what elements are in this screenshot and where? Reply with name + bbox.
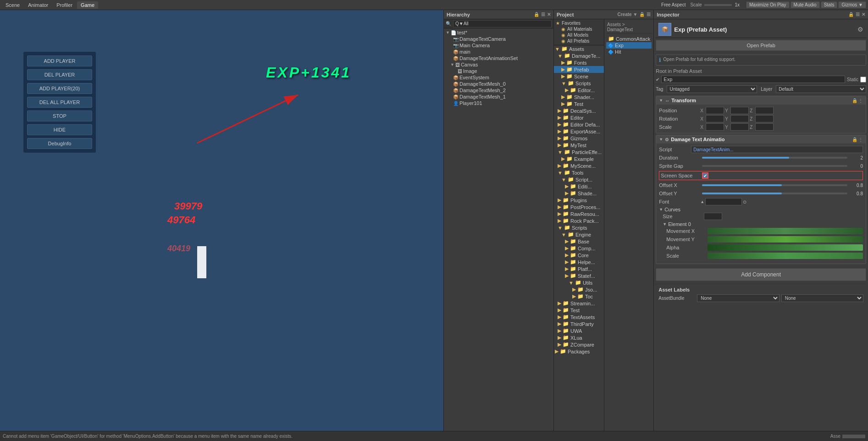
folder-utils[interactable]: ▼ 📁 Utils <box>554 279 604 286</box>
tree-root[interactable]: ▼ 📄 test* <box>444 29 553 36</box>
screenspace-checkbox[interactable]: ✔ <box>702 172 708 179</box>
scale-z-input[interactable]: 1 <box>755 123 774 131</box>
folder-decalsys[interactable]: ▶ 📁 DecalSys... <box>554 107 604 114</box>
folder-export[interactable]: ▶ 📁 ExportAsse... <box>554 128 604 135</box>
duration-track[interactable] <box>702 157 847 159</box>
font-input[interactable]: Exp <box>705 198 742 205</box>
debuginfo-btn[interactable]: DebugInfo <box>27 138 92 149</box>
gizmos-btn[interactable]: Gizmos ▼ <box>838 1 866 8</box>
folder-scripts[interactable]: ▼ 📁 Scripts <box>554 224 604 231</box>
offsetx-track[interactable] <box>702 184 847 186</box>
fav-prefabs[interactable]: All Prefabs <box>567 39 589 44</box>
scale-x-input[interactable]: 1 <box>706 123 724 131</box>
gameobject-name-input[interactable] <box>661 76 845 83</box>
folder-platf[interactable]: ▶ 📁 Platf... <box>554 265 604 272</box>
folder-editor-def[interactable]: ▶ 📁 Editor Defa... <box>554 121 604 128</box>
hierarchy-lock-icon[interactable]: 🔒 <box>534 12 539 17</box>
dta-menu-icon[interactable]: ⋮ <box>858 137 863 142</box>
hierarchy-search-input[interactable] <box>453 20 552 28</box>
element0-header[interactable]: ▼ Element 0 <box>663 221 863 227</box>
folder-example[interactable]: ▶ 📁 Example <box>554 155 604 162</box>
tree-item-maincamera[interactable]: 📷 Main Camera <box>444 42 553 49</box>
add-component-button[interactable]: Add Component <box>656 268 866 281</box>
rotation-y-input[interactable]: 0 <box>730 115 749 122</box>
asset-commonattack[interactable]: 📁 CommonAttack <box>606 35 652 42</box>
transform-menu-icon[interactable]: ⋮ <box>858 98 863 103</box>
folder-core[interactable]: ▶ 📁 Core <box>554 252 604 259</box>
folder-shader[interactable]: ▶ 📁 Shader... <box>554 94 604 100</box>
folder-scripts-dt[interactable]: ▼ 📁 Scripts <box>554 80 604 87</box>
rotation-z-input[interactable]: 0 <box>755 115 774 122</box>
folder-test-dt[interactable]: ▶ 📁 Test <box>554 100 604 107</box>
folder-gizmos[interactable]: ▶ 📁 Gizmos <box>554 135 604 142</box>
folder-streaming[interactable]: ▶ 📁 Streamin... <box>554 300 604 307</box>
script-value[interactable]: DamageTextAnim... <box>691 146 863 153</box>
damage-text-header[interactable]: ▼ ⚙ Damage Text Animatio 🔒 ⋮ <box>656 135 866 143</box>
hide-btn[interactable]: HIDE <box>27 124 92 135</box>
folder-base[interactable]: ▶ 📁 Base <box>554 238 604 245</box>
folder-uwa[interactable]: ▶ 📁 UWA <box>554 327 604 334</box>
tree-item-dtm1[interactable]: 📦 DamageTextMesh_1 <box>444 94 553 100</box>
stats-btn[interactable]: Stats <box>821 1 838 8</box>
tree-item-player101[interactable]: 👤 Player101 <box>444 100 553 106</box>
position-x-input[interactable]: 0 <box>706 107 724 114</box>
folder-textassets[interactable]: ▶ 📁 TextAssets <box>554 314 604 320</box>
folder-fonts[interactable]: ▶ 📁 Fonts <box>554 59 604 66</box>
folder-editor[interactable]: ▶ 📁 Editor <box>554 114 604 121</box>
mute-btn[interactable]: Mute Audio <box>791 1 820 8</box>
tree-item-damagetextanimset[interactable]: 📦 DamageTextAnimationSet <box>444 55 553 61</box>
dta-lock-icon[interactable]: 🔒 <box>852 137 857 142</box>
tree-item-main[interactable]: 📦 main <box>444 49 553 55</box>
folder-tools[interactable]: ▼ 📁 Tools <box>554 169 604 176</box>
movx-curve[interactable] <box>708 228 863 234</box>
assetbundle-select-2[interactable]: None <box>781 294 863 302</box>
layer-select[interactable]: Default <box>776 85 866 93</box>
project-lock-icon[interactable]: 🔒 <box>639 12 645 17</box>
folder-plugins[interactable]: ▶ 📁 Plugins <box>554 197 604 204</box>
folder-prefab[interactable]: ▶ 📁 Prefab <box>554 66 604 73</box>
folder-shade[interactable]: ▶ 📁 Shade... <box>554 190 604 197</box>
transform-lock-icon[interactable]: 🔒 <box>852 98 857 103</box>
curves-header[interactable]: ▼ Curves <box>659 207 863 212</box>
fav-materials[interactable]: All Materials <box>567 27 592 32</box>
scale-y-input[interactable]: 1 <box>730 123 749 131</box>
alpha-curve[interactable] <box>708 244 863 251</box>
folder-jso[interactable]: ▶ 📁 Jso... <box>554 286 604 293</box>
static-checkbox[interactable] <box>860 77 866 83</box>
stop-btn[interactable]: STOP <box>27 110 92 121</box>
project-menu-icon[interactable]: ☰ <box>647 12 651 17</box>
folder-test[interactable]: ▶ 📁 Test <box>554 307 604 314</box>
folder-scene[interactable]: ▶ 📁 Scene <box>554 73 604 80</box>
folder-helper[interactable]: ▶ 📁 Helpe... <box>554 259 604 265</box>
tab-game[interactable]: Game <box>77 1 98 9</box>
inspector-menu-icon[interactable]: ☰ <box>856 12 860 17</box>
tree-item-canvas[interactable]: ▼ 🖼 Canvas <box>444 61 553 68</box>
tree-item-damagetextcamera[interactable]: 📷 DamageTextCamera <box>444 36 553 42</box>
tree-item-dtm2[interactable]: 📦 DamageTextMesh_2 <box>444 87 553 94</box>
folder-zcompare[interactable]: ▶ 📁 ZCompare <box>554 341 604 348</box>
tree-item-eventsystem[interactable]: 📦 EventSystem <box>444 74 553 81</box>
size-input[interactable]: 1 <box>704 213 722 220</box>
folder-xlua[interactable]: ▶ 📁 XLua <box>554 334 604 341</box>
gameobject-active-toggle[interactable]: ✔ <box>656 77 659 82</box>
folder-toc[interactable]: ▶ 📁 Toc <box>554 293 604 300</box>
tree-item-image[interactable]: 🖼 Image <box>444 68 553 74</box>
folder-engine[interactable]: ▼ 📁 Engine <box>554 231 604 238</box>
hierarchy-close-icon[interactable]: ✕ <box>547 12 551 17</box>
folder-rockpack[interactable]: ▶ 📁 Rock Pack... <box>554 217 604 224</box>
folder-mytest[interactable]: ▶ 📁 MyTest <box>554 142 604 149</box>
folder-rawresource[interactable]: ▶ 📁 RawResou... <box>554 210 604 217</box>
movy-curve[interactable] <box>708 236 863 243</box>
folder-thirdparty[interactable]: ▶ 📁 ThirdParty <box>554 320 604 327</box>
folder-particle[interactable]: ▼ 📁 ParticleEffe... <box>554 149 604 155</box>
folder-comp[interactable]: ▶ 📁 Comp... <box>554 245 604 252</box>
add-player-btn[interactable]: ADD PLAYER <box>27 55 92 66</box>
asset-exp[interactable]: 🔷 Exp <box>606 42 652 49</box>
maximize-btn[interactable]: Maximize On Play <box>746 1 790 8</box>
project-create-btn[interactable]: Create ▼ <box>618 12 638 17</box>
folder-damagte[interactable]: ▼ 📁 DamageTe... <box>554 52 604 59</box>
asset-hit[interactable]: 🔷 Hit <box>606 49 652 55</box>
tab-animator[interactable]: Animator <box>24 1 52 9</box>
del-all-player-btn[interactable]: DEL ALL PLAYER <box>27 97 92 108</box>
folder-packages[interactable]: ▶ 📁 Packages <box>554 348 604 355</box>
